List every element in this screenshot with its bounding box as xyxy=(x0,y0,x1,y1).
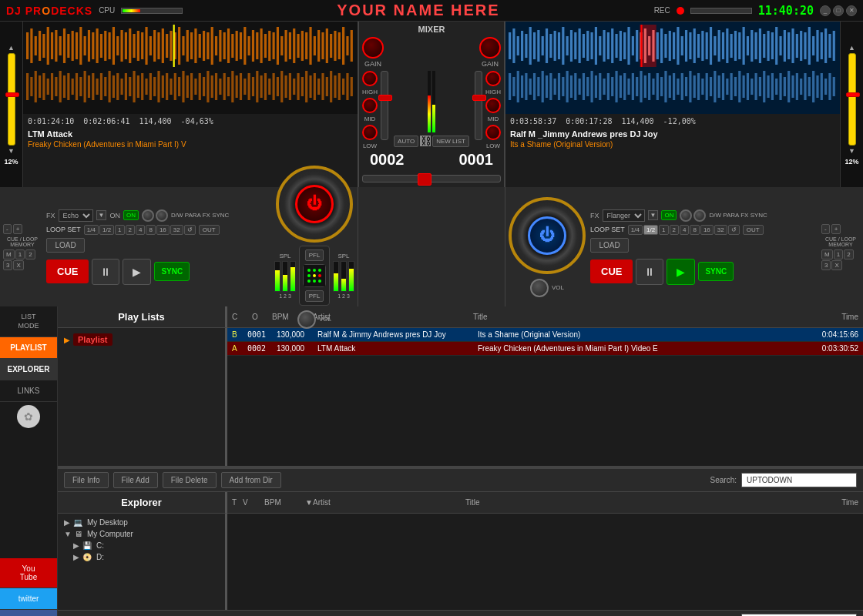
1-btn-left[interactable]: 1 xyxy=(15,249,25,259)
3-btn-right[interactable]: 3 xyxy=(821,260,831,270)
loop-2-left[interactable]: 2 xyxy=(126,225,135,235)
load-btn-right[interactable]: LOAD xyxy=(590,238,629,253)
mid-left-knob[interactable] xyxy=(362,98,378,113)
list-item[interactable]: ▶ 💻 My Desktop xyxy=(61,517,222,528)
loop-2-right[interactable]: 2 xyxy=(670,225,679,235)
file-delete-btn[interactable]: File Delete xyxy=(163,472,217,488)
plus-btn-left[interactable]: + xyxy=(13,224,23,234)
load-btn-left[interactable]: LOAD xyxy=(46,238,85,253)
file-add-btn[interactable]: File Add xyxy=(113,472,158,488)
gain-right-knob[interactable] xyxy=(479,37,501,59)
dj-name[interactable]: YOUR NAME HERE xyxy=(337,2,499,19)
loop-cycle-right[interactable]: ↺ xyxy=(728,225,740,235)
loop-14-right[interactable]: 1/4 xyxy=(628,225,643,235)
minus-btn-right[interactable]: - xyxy=(821,224,830,234)
pause-button-left[interactable]: ⏸ xyxy=(92,259,119,285)
fx-arrow-left[interactable]: ▼ xyxy=(96,210,107,220)
add-from-dir-btn[interactable]: Add from Dir xyxy=(221,472,281,488)
file-info-btn[interactable]: File Info xyxy=(64,472,109,488)
loop-8-left[interactable]: 8 xyxy=(146,225,155,235)
pfl-btn-left[interactable]: PFL xyxy=(305,249,324,261)
1-btn-right[interactable]: 1 xyxy=(834,249,843,259)
pitch-slider-left[interactable]: ▲ ▼ xyxy=(8,44,15,155)
fx-knob2-left[interactable] xyxy=(156,209,168,222)
loop-4-right[interactable]: 4 xyxy=(680,225,689,235)
3-btn-left[interactable]: 3 xyxy=(3,260,12,270)
pause-button-right[interactable]: ⏸ xyxy=(636,259,663,285)
loop-1-left[interactable]: 1 xyxy=(115,225,124,235)
gain-left-knob[interactable] xyxy=(362,37,384,59)
high-right-knob[interactable] xyxy=(485,71,501,86)
turntable-left[interactable]: ⏻ xyxy=(276,166,353,243)
minimize-button[interactable]: _ xyxy=(820,5,831,16)
close-button[interactable]: ✕ xyxy=(846,5,857,16)
loop-14-left[interactable]: 1/4 xyxy=(84,225,99,235)
playlist-btn[interactable]: PLAYLIST xyxy=(0,337,57,359)
loop-4-left[interactable]: 4 xyxy=(136,225,145,235)
playlist-item[interactable]: ▶ Playlist xyxy=(61,331,222,348)
2-btn-left[interactable]: 2 xyxy=(25,249,35,259)
2-btn-right[interactable]: 2 xyxy=(844,249,853,259)
loop-out-left[interactable]: OUT xyxy=(199,225,220,235)
loop-16-right[interactable]: 16 xyxy=(700,225,714,235)
search-input[interactable] xyxy=(741,473,857,487)
loop-16-left[interactable]: 16 xyxy=(156,225,170,235)
m-btn-right[interactable]: M xyxy=(821,249,833,259)
x-btn-right[interactable]: X xyxy=(831,260,841,270)
play-button-right[interactable]: ▶ xyxy=(667,259,695,285)
plus-btn-right[interactable]: + xyxy=(831,224,841,234)
loop-32-left[interactable]: 32 xyxy=(170,225,183,235)
crossfader[interactable] xyxy=(362,175,501,182)
loop-cycle-left[interactable]: ↺ xyxy=(184,225,196,235)
turntable-right[interactable]: ⏻ xyxy=(509,197,586,274)
fx-on-btn-left[interactable]: ON xyxy=(123,210,139,220)
play-button-left[interactable]: ▶ xyxy=(123,259,151,285)
fader-right[interactable] xyxy=(475,71,482,140)
low-right-knob[interactable] xyxy=(485,125,501,140)
table-row[interactable]: B 0001 130,000 Ralf M & Jimmy Andrews pr… xyxy=(227,328,863,342)
youtube-btn[interactable]: YouTube xyxy=(0,558,57,588)
loop-out-right[interactable]: OUT xyxy=(743,225,764,235)
x-btn-left[interactable]: X xyxy=(13,260,23,270)
new-list-button[interactable]: NEW LIST xyxy=(432,136,469,147)
vol-knob-left[interactable] xyxy=(297,310,316,329)
pfl-btn-right[interactable]: PFL xyxy=(305,290,324,302)
sync-button-right[interactable]: SYNC xyxy=(698,262,734,281)
table-row[interactable]: A 0002 130,000 LTM Attack Freaky Chicken… xyxy=(227,342,863,356)
links-btn[interactable]: LINKS xyxy=(0,380,57,402)
explorer-btn[interactable]: EXPLORER xyxy=(0,359,57,380)
cue-button-left[interactable]: CUE xyxy=(46,259,89,283)
list-item[interactable]: ▶ 📀 D: xyxy=(61,551,222,563)
mid-right-knob[interactable] xyxy=(485,98,501,113)
m-btn-left[interactable]: M xyxy=(3,249,15,259)
facebook-btn[interactable]: facebook xyxy=(0,610,57,616)
loop-32-right[interactable]: 32 xyxy=(714,225,727,235)
vol-knob-right[interactable] xyxy=(530,279,549,297)
list-item[interactable]: ▶ 💾 C: xyxy=(61,540,222,551)
list-item[interactable]: ▼ 🖥 My Computer xyxy=(61,528,222,540)
list-mode-btn[interactable]: LISTMODE xyxy=(0,306,57,337)
auto-button[interactable]: AUTO xyxy=(394,136,418,147)
minus-btn-left[interactable]: - xyxy=(3,224,12,234)
cue-button-right[interactable]: CUE xyxy=(590,259,633,283)
fx-select-right[interactable]: Flanger xyxy=(603,209,645,222)
fx-arrow-right[interactable]: ▼ xyxy=(648,210,659,220)
loop-12-left[interactable]: 1/2 xyxy=(99,225,114,235)
power-button-right[interactable]: ⏻ xyxy=(528,216,566,255)
low-left-knob[interactable] xyxy=(362,125,378,140)
loop-12-right[interactable]: 1/2 xyxy=(643,225,658,235)
loop-8-right[interactable]: 8 xyxy=(690,225,699,235)
maximize-button[interactable]: □ xyxy=(833,5,844,16)
twitter-btn[interactable]: twitter xyxy=(0,588,57,610)
high-left-knob[interactable] xyxy=(362,71,378,86)
fader-left[interactable] xyxy=(381,71,388,140)
sync-button-left[interactable]: SYNC xyxy=(154,262,190,281)
fx-on-btn-right[interactable]: ON xyxy=(661,210,677,220)
pitch-slider-right[interactable]: ▲ ▼ xyxy=(848,44,856,155)
fx-select-left[interactable]: Echo xyxy=(59,209,93,222)
fx-knob1-right[interactable] xyxy=(680,209,692,222)
loop-1-right[interactable]: 1 xyxy=(659,225,668,235)
crossfader-handle[interactable] xyxy=(418,173,432,186)
link-icon[interactable]: ⛓ xyxy=(420,136,431,146)
fx-knob1-left[interactable] xyxy=(142,209,154,222)
